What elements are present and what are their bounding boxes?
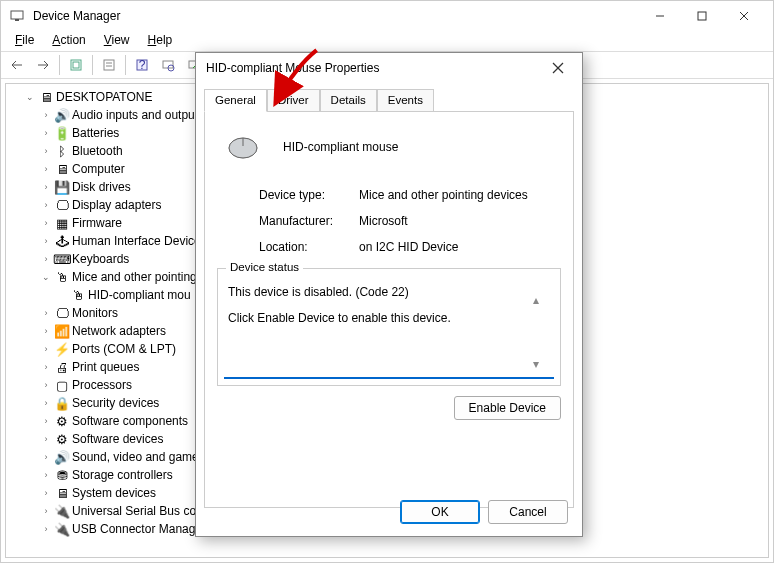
chevron-icon[interactable]: › <box>40 181 52 193</box>
tree-label: Processors <box>72 378 132 392</box>
menu-help[interactable]: Help <box>140 31 181 51</box>
device-name: HID-compliant mouse <box>283 140 398 154</box>
chevron-icon[interactable]: › <box>40 127 52 139</box>
chevron-icon[interactable]: › <box>40 433 52 445</box>
properties-button[interactable] <box>97 53 121 77</box>
maximize-button[interactable] <box>681 2 723 30</box>
cancel-button[interactable]: Cancel <box>488 500 568 524</box>
category-icon: 🕹 <box>54 233 70 249</box>
tree-label: Software devices <box>72 432 163 446</box>
tree-label: Disk drives <box>72 180 131 194</box>
tree-label: Security devices <box>72 396 159 410</box>
category-icon: 💾 <box>54 179 70 195</box>
tab-panel-general: HID-compliant mouse Device type: Mice an… <box>204 111 574 508</box>
tree-label: Print queues <box>72 360 139 374</box>
app-icon <box>9 8 25 24</box>
chevron-icon[interactable]: ⌄ <box>40 271 52 283</box>
chevron-icon[interactable]: › <box>40 145 52 157</box>
chevron-icon[interactable]: › <box>40 199 52 211</box>
tree-label: Audio inputs and outpu <box>72 108 195 122</box>
tree-label: Keyboards <box>72 252 129 266</box>
device-status-group: Device status This device is disabled. (… <box>217 268 561 386</box>
close-button[interactable] <box>723 2 765 30</box>
computer-icon: 🖥 <box>38 89 54 105</box>
device-type-label: Device type: <box>259 188 359 202</box>
category-icon: 🖱 <box>54 269 70 285</box>
chevron-icon[interactable]: › <box>40 505 52 517</box>
chevron-icon[interactable]: › <box>40 325 52 337</box>
chevron-icon[interactable]: › <box>40 415 52 427</box>
back-button[interactable] <box>5 53 29 77</box>
manufacturer-label: Manufacturer: <box>259 214 359 228</box>
category-icon: ⚙ <box>54 431 70 447</box>
tree-label: Batteries <box>72 126 119 140</box>
scroll-down-icon: ▾ <box>533 357 547 371</box>
category-icon: 🔒 <box>54 395 70 411</box>
help-button[interactable]: ? <box>130 53 154 77</box>
tree-label: HID-compliant mou <box>88 288 191 302</box>
dialog-close-button[interactable] <box>544 54 572 82</box>
category-icon: 🔊 <box>54 107 70 123</box>
tree-label: Display adapters <box>72 198 161 212</box>
svg-text:?: ? <box>139 58 146 72</box>
tab-driver[interactable]: Driver <box>267 89 320 112</box>
chevron-icon[interactable]: › <box>40 343 52 355</box>
chevron-icon[interactable]: › <box>40 379 52 391</box>
chevron-icon[interactable]: › <box>40 397 52 409</box>
category-icon: 🖨 <box>54 359 70 375</box>
mouse-icon: 🖱 <box>70 287 86 303</box>
chevron-icon[interactable]: › <box>40 451 52 463</box>
menu-view[interactable]: View <box>96 31 138 51</box>
minimize-button[interactable] <box>639 2 681 30</box>
category-icon: 🔋 <box>54 125 70 141</box>
chevron-icon[interactable]: › <box>40 307 52 319</box>
chevron-icon[interactable]: › <box>40 109 52 121</box>
svg-rect-3 <box>698 12 706 20</box>
show-hidden-button[interactable] <box>64 53 88 77</box>
category-icon: ⛃ <box>54 467 70 483</box>
tree-label: Software components <box>72 414 188 428</box>
tree-label: Monitors <box>72 306 118 320</box>
category-icon: 🔌 <box>54 503 70 519</box>
scroll-up-icon: ▴ <box>533 293 547 307</box>
status-scrollbar[interactable]: ▴▾ <box>533 293 547 371</box>
menu-file[interactable]: File <box>7 31 42 51</box>
tab-general[interactable]: General <box>204 89 267 112</box>
menu-action[interactable]: Action <box>44 31 93 51</box>
svg-rect-7 <box>73 62 79 68</box>
chevron-icon[interactable]: › <box>40 253 52 265</box>
chevron-icon[interactable]: › <box>40 217 52 229</box>
device-status-text[interactable]: This device is disabled. (Code 22) Click… <box>224 279 554 379</box>
chevron-icon[interactable]: › <box>40 469 52 481</box>
dialog-title: HID-compliant Mouse Properties <box>206 61 379 75</box>
tree-label: USB Connector Managers <box>72 522 212 536</box>
chevron-icon[interactable]: › <box>40 235 52 247</box>
tree-label: Bluetooth <box>72 144 123 158</box>
window-title: Device Manager <box>33 9 120 23</box>
manufacturer-value: Microsoft <box>359 214 408 228</box>
tab-strip: GeneralDriverDetailsEvents <box>204 89 574 112</box>
chevron-icon[interactable]: › <box>40 487 52 499</box>
category-icon: ⚡ <box>54 341 70 357</box>
chevron-icon[interactable]: › <box>40 523 52 535</box>
category-icon: 🖥 <box>54 485 70 501</box>
category-icon: 🔊 <box>54 449 70 465</box>
chevron-icon[interactable]: › <box>40 163 52 175</box>
tree-label: Sound, video and game <box>72 450 199 464</box>
chevron-icon[interactable]: › <box>40 361 52 373</box>
tab-details[interactable]: Details <box>320 89 377 112</box>
scan-button[interactable] <box>156 53 180 77</box>
menubar: FileActionViewHelp <box>1 31 773 51</box>
chevron-down-icon[interactable]: ⌄ <box>24 91 36 103</box>
ok-button[interactable]: OK <box>400 500 480 524</box>
enable-device-button[interactable]: Enable Device <box>454 396 561 420</box>
properties-dialog: HID-compliant Mouse Properties GeneralDr… <box>195 52 583 537</box>
forward-button[interactable] <box>31 53 55 77</box>
category-icon: ⚙ <box>54 413 70 429</box>
device-type-value: Mice and other pointing devices <box>359 188 528 202</box>
titlebar: Device Manager <box>1 1 773 31</box>
tree-label: Human Interface Device <box>72 234 201 248</box>
tab-events[interactable]: Events <box>377 89 434 112</box>
category-icon: 📶 <box>54 323 70 339</box>
category-icon: ᛒ <box>54 143 70 159</box>
